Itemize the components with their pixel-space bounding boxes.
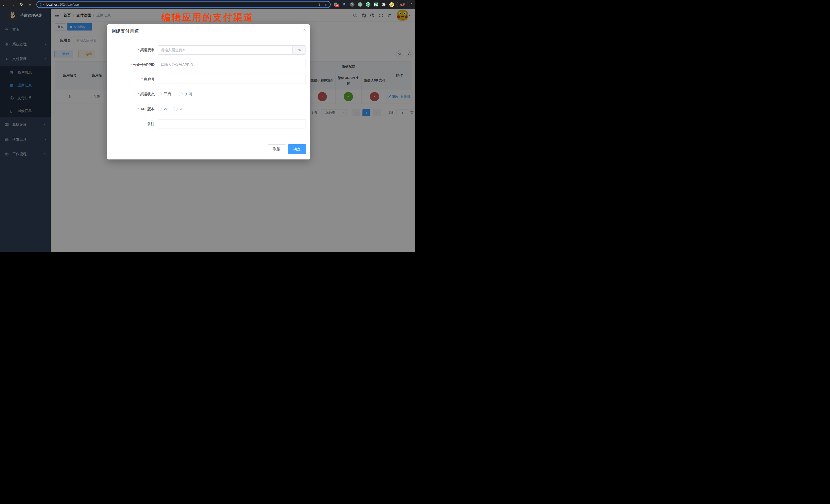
browser-home-icon[interactable]: ⌂	[27, 0, 33, 9]
extension-icon-green-dot[interactable]	[357, 0, 364, 9]
extension-icon-chat[interactable]	[373, 0, 380, 9]
browser-menu-icon[interactable]: ⋮	[410, 0, 413, 9]
api-version-label: *API 版本	[107, 104, 155, 114]
radio-label: v3	[180, 107, 184, 111]
required-asterisk: *	[141, 77, 143, 81]
radio-label: 开启	[164, 92, 171, 96]
form-row-appid: *公众号APPID	[107, 60, 310, 69]
required-asterisk: *	[138, 107, 139, 111]
radio-label: v2	[164, 107, 168, 111]
appid-input[interactable]	[158, 60, 306, 69]
rate-input[interactable]	[158, 45, 293, 55]
appid-label: *公众号APPID	[107, 60, 155, 69]
radio-api-v2[interactable]: v2	[158, 107, 168, 111]
url-path: :1024/pay/app	[58, 3, 79, 6]
url-host: localhost	[46, 3, 58, 6]
create-pay-channel-dialog: 创建支付渠道 × *渠道费率 % *公众号APPID *商户号 *渠道状态 开启…	[107, 24, 310, 159]
form-row-api-version: *API 版本 v2 v3	[107, 104, 310, 114]
radio-circle-icon	[158, 92, 162, 96]
remark-label: 备注	[107, 119, 155, 128]
bookmark-star-icon[interactable]: ☆	[324, 3, 328, 6]
label-text: 商户号	[144, 77, 155, 81]
dialog-title: 创建支付渠道	[111, 28, 139, 34]
radio-status-open[interactable]: 开启	[158, 92, 171, 96]
address-bar[interactable]: i localhost:1024/pay/app ⇧ ☆	[36, 1, 331, 8]
required-asterisk: *	[138, 92, 139, 96]
extensions-puzzle-icon[interactable]	[380, 0, 387, 9]
radio-label: 关闭	[185, 92, 192, 96]
browser-reload-icon[interactable]: ↻	[18, 0, 25, 9]
dialog-close-icon[interactable]: ×	[303, 27, 306, 33]
radio-circle-icon	[179, 92, 183, 96]
browser-forward-icon[interactable]: →	[9, 0, 16, 9]
url-text[interactable]: localhost:1024/pay/app	[46, 3, 79, 6]
browser-update-button[interactable]: 更新	[396, 2, 408, 7]
radio-api-v3[interactable]: v3	[173, 107, 184, 111]
radio-status-closed[interactable]: 关闭	[179, 92, 192, 96]
extension-icon-command[interactable]: ⌘	[349, 0, 356, 9]
required-asterisk: *	[130, 63, 132, 67]
remark-input[interactable]	[158, 119, 306, 128]
annotation-text: 编辑应用的支付渠道	[161, 11, 254, 24]
radio-circle-icon	[173, 107, 178, 111]
status-label: *渠道状态	[107, 90, 155, 99]
label-text: 渠道状态	[140, 92, 155, 96]
required-asterisk: *	[138, 48, 139, 52]
form-row-status: *渠道状态 开启 关闭	[107, 90, 310, 99]
browser-back-icon[interactable]: ←	[1, 0, 7, 9]
radio-circle-icon	[158, 107, 162, 111]
share-icon[interactable]: ⇧	[318, 3, 320, 6]
confirm-button[interactable]: 确定	[288, 144, 306, 154]
extension-icon-kite[interactable]	[341, 0, 348, 9]
cancel-button[interactable]: 取消	[267, 144, 286, 154]
screen: ← → ↻ ⌂ i localhost:1024/pay/app ⇧ ☆ 10 …	[0, 0, 415, 252]
form-row-remark: 备注	[107, 119, 310, 128]
label-text: 公众号APPID	[133, 63, 155, 67]
form-row-rate: *渠道费率 %	[107, 45, 310, 55]
profile-avatar-icon[interactable]	[388, 0, 395, 9]
extension-icon-tampermonkey[interactable]: 10	[332, 0, 340, 9]
site-info-icon[interactable]: i	[40, 3, 43, 6]
merchant-input[interactable]	[158, 74, 306, 84]
label-text: 备注	[148, 122, 155, 126]
label-text: 渠道费率	[140, 48, 155, 52]
percent-addon: %	[293, 45, 306, 55]
extension-icon-y[interactable]: y	[364, 0, 372, 9]
rate-label: *渠道费率	[107, 45, 155, 55]
label-text: API 版本	[140, 107, 155, 111]
merchant-label: *商户号	[107, 74, 155, 84]
form-row-merchant: *商户号	[107, 74, 310, 84]
extension-badge: 10	[335, 4, 339, 7]
browser-chrome: ← → ↻ ⌂ i localhost:1024/pay/app ⇧ ☆ 10 …	[0, 0, 415, 9]
